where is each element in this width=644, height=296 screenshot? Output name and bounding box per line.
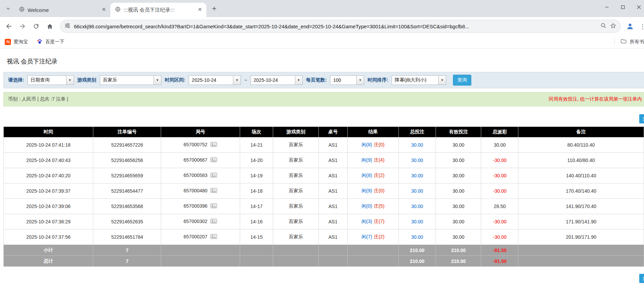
total-bet-link[interactable]: 30.00 xyxy=(411,204,423,209)
close-icon[interactable]: ✕ xyxy=(196,6,204,14)
total-bet-sum: 210.00 xyxy=(398,256,436,267)
chevron-down-icon[interactable]: ▼ xyxy=(295,75,303,85)
cell-payout: 28.50 xyxy=(481,199,518,214)
round-image-icon[interactable] xyxy=(210,219,217,225)
date-end-combobox: ▼ xyxy=(251,75,303,85)
column-header: 总派彩 xyxy=(481,127,518,137)
search-button[interactable]: 查询 xyxy=(453,75,471,86)
bookmark-star-icon[interactable] xyxy=(610,23,616,30)
window-maximize-button[interactable] xyxy=(615,0,631,14)
browser-menu-button[interactable]: ⋮ xyxy=(639,23,644,30)
new-tab-button[interactable]: + xyxy=(209,3,219,14)
total-row-label: 总计 xyxy=(4,256,93,267)
result-banker: 庄(2) xyxy=(374,173,384,178)
total-bet-link[interactable]: 30.00 xyxy=(411,219,423,224)
cell-note: 110.40/80.40 xyxy=(518,153,644,168)
page-button-1[interactable]: 1 xyxy=(639,274,644,283)
cell-game-type: 百家乐 xyxy=(273,214,318,230)
cell-table-number: AS1 xyxy=(318,214,347,230)
result-player: 闲(8) xyxy=(362,173,372,178)
round-image-icon[interactable] xyxy=(210,173,217,179)
table-total-row: 小计7210.00210.00-91.50 xyxy=(4,245,644,256)
total-bet-link[interactable]: 30.00 xyxy=(411,234,423,240)
chevron-down-icon[interactable]: ▼ xyxy=(154,75,161,85)
bookmark-item-taobao[interactable]: 淘 爱淘宝 xyxy=(5,39,28,45)
cell-table-number: AS1 xyxy=(318,168,347,183)
close-icon[interactable]: ✕ xyxy=(100,6,108,14)
total-bet-link[interactable]: 30.00 xyxy=(411,188,423,194)
home-button[interactable] xyxy=(44,20,56,32)
filter-mode-select[interactable] xyxy=(28,75,66,85)
cell-table-number: AS1 xyxy=(318,137,347,153)
forward-icon xyxy=(19,23,26,30)
total-bet-link[interactable]: 30.00 xyxy=(411,158,423,163)
window-minimize-button[interactable] xyxy=(599,0,615,14)
cell-bet-number: 522914655659 xyxy=(93,168,161,183)
total-row-label: 小计 xyxy=(4,245,93,256)
empty-cell xyxy=(318,245,347,256)
back-button[interactable] xyxy=(3,20,15,32)
tab-welcome[interactable]: Welcome ✕ xyxy=(14,3,110,17)
cell-table-number: AS1 xyxy=(318,153,347,168)
reload-button[interactable] xyxy=(30,20,42,32)
chevron-down-icon[interactable]: ▼ xyxy=(233,75,241,85)
per-page-select[interactable] xyxy=(330,75,356,85)
tab-search-button[interactable] xyxy=(3,4,13,14)
total-bet-link[interactable]: 30.00 xyxy=(411,173,423,178)
empty-cell xyxy=(347,256,398,267)
column-header: 局号 xyxy=(161,127,240,137)
round-image-icon[interactable] xyxy=(210,142,217,148)
filter-game-select[interactable] xyxy=(100,75,154,85)
cell-payout: -30.00 xyxy=(481,214,518,230)
window-close-button[interactable] xyxy=(631,0,644,14)
profile-avatar[interactable] xyxy=(625,21,635,31)
forward-button[interactable] xyxy=(16,20,29,32)
cell-result: 闲(9)庄(0) xyxy=(347,183,398,199)
url-bar[interactable]: 66cxkj98.com/game/betrecord_search/kind3… xyxy=(60,20,621,33)
cell-time: 2025-10-24 07:38:29 xyxy=(4,214,93,230)
table-header-row: 时间注单编号局号场次游戏类别桌号结果总投注有效投注总派彩备注 xyxy=(4,127,644,137)
cell-bet-number: 522914656256 xyxy=(93,153,161,168)
globe-icon xyxy=(115,6,121,13)
column-header: 结果 xyxy=(347,127,398,137)
zoom-icon[interactable] xyxy=(600,23,607,30)
cell-payout: 30.00 xyxy=(481,137,518,153)
result-banker: 庄(4) xyxy=(374,157,384,163)
tab-betrecord[interactable]: :::视讯 会员下注纪录::: ✕ xyxy=(110,3,206,17)
date-start-input[interactable] xyxy=(189,75,233,85)
all-bookmarks-label: 所有书签 xyxy=(630,39,644,45)
folder-icon xyxy=(621,38,627,45)
site-info-icon[interactable] xyxy=(64,23,70,30)
empty-cell xyxy=(240,245,273,256)
result-player: 闲(8) xyxy=(362,142,372,147)
cell-round-number: 657000667 xyxy=(161,153,240,168)
result-banker: 庄(7) xyxy=(374,219,384,224)
cell-result: 闲(7)庄(2) xyxy=(347,230,398,245)
cell-total-bet: 30.00 xyxy=(398,214,436,230)
total-bet-sum: 210.00 xyxy=(398,245,436,256)
cell-payout: -30.00 xyxy=(481,230,518,245)
round-image-icon[interactable] xyxy=(210,188,217,194)
chevron-down-icon xyxy=(6,6,11,12)
all-bookmarks-button[interactable]: 所有书签 xyxy=(614,38,644,45)
cell-result: 闲(3)庄(7) xyxy=(347,214,398,230)
cell-round-number: 657000207 xyxy=(161,230,240,245)
chevron-down-icon[interactable]: ▼ xyxy=(438,75,446,85)
date-end-input[interactable] xyxy=(251,75,295,85)
round-image-icon[interactable] xyxy=(210,157,217,163)
sort-select[interactable] xyxy=(392,75,438,85)
cell-bet-number: 522914653568 xyxy=(93,199,161,214)
bookmark-item-baidu[interactable]: 百度一下 xyxy=(37,39,64,45)
result-player: 闲(9) xyxy=(362,188,372,193)
cell-bet-number: 522914654477 xyxy=(93,183,161,199)
total-bet-link[interactable]: 30.00 xyxy=(411,142,423,148)
column-header: 有效投注 xyxy=(436,127,481,137)
cell-time: 2025-10-24 07:39:37 xyxy=(4,183,93,199)
round-image-icon[interactable] xyxy=(210,234,217,240)
chevron-down-icon[interactable]: ▼ xyxy=(66,75,74,85)
bookmarks-bar: 淘 爱淘宝 百度一下 所有书签 xyxy=(0,35,644,48)
page-button-1[interactable]: 1 xyxy=(639,114,644,123)
chevron-down-icon[interactable]: ▼ xyxy=(356,75,364,85)
round-image-icon[interactable] xyxy=(210,203,217,209)
url-text[interactable]: 66cxkj98.com/game/betrecord_search/kind3… xyxy=(74,24,597,29)
